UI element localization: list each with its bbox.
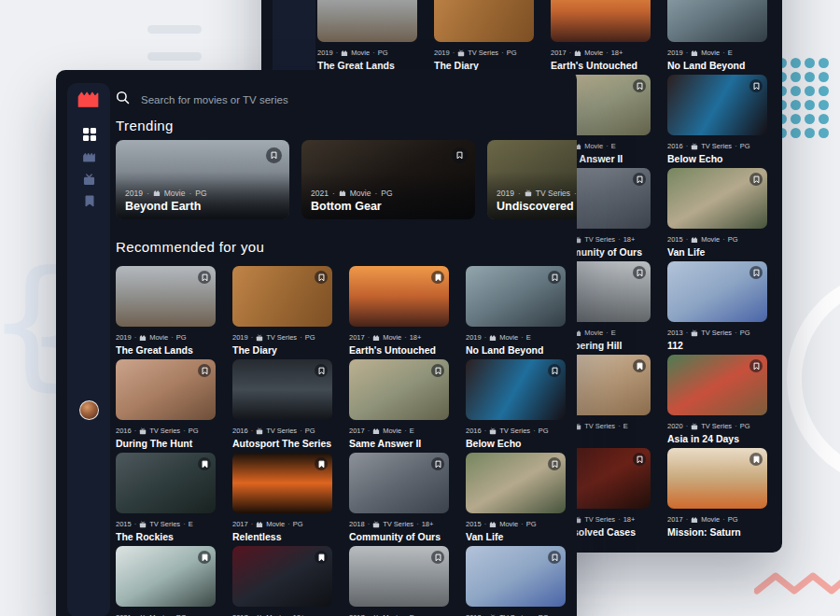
card-meta: 2020·TV Series·PG [667,422,767,430]
media-card[interactable]: 2013·TV Series·PG112 [466,546,566,616]
trending-card[interactable]: 2019·TV Series·EUndiscovered Cities [487,140,577,219]
app-logo-icon[interactable] [77,91,99,111]
bookmark-button[interactable] [548,457,561,470]
media-card[interactable]: 2017·Movie·EWhispering Hill [349,546,449,616]
media-card[interactable]: 2018·TV Series·18+Community of Ours [349,453,449,546]
media-card[interactable]: 2019·TV Series·PGThe Diary [434,0,534,75]
bookmark-button[interactable] [633,359,646,372]
bookmark-button[interactable] [633,79,646,92]
movie-icon [691,516,698,524]
media-card[interactable]: 2016·TV Series·PGBelow Echo [466,359,566,453]
card-meta: 2016·TV Series·PG [667,142,767,150]
card-meta: 2021·Movie·PG [311,189,393,198]
media-card[interactable]: 2020·TV Series·PGAsia in 24 Days [667,355,767,448]
media-card[interactable]: 2017·Movie·ESame Answer II [349,359,449,453]
bookmark-button[interactable] [198,364,211,377]
card-title: Bottom Gear [311,200,393,213]
trending-card[interactable]: 2021·Movie·PGBottom Gear [301,140,475,219]
bookmark-button[interactable] [198,271,211,284]
media-card[interactable]: 2015·Movie·PGVan Life [667,168,767,261]
bookmark-button[interactable] [548,364,561,377]
card-meta: 2017·Movie·PG [667,515,767,524]
media-card[interactable]: 2019·TV Series·PGThe Diary [232,266,332,359]
bookmark-button[interactable] [749,173,763,186]
media-card[interactable]: 2015·Movie·PGVan Life [466,453,566,546]
bookmark-button[interactable] [548,271,561,284]
bookmark-button[interactable] [315,364,328,377]
card-meta: 2016·TV Series·PG [232,427,332,435]
media-card[interactable]: 2017·Movie·18+Earth's Untouched [349,266,449,359]
bookmark-button[interactable] [633,266,646,279]
sidebar-item-tv-series[interactable] [82,173,96,187]
trending-card[interactable]: 2019·Movie·PGBeyond Earth [116,140,289,219]
media-card[interactable]: 2019·Movie·ENo Land Beyond [667,0,767,75]
media-card[interactable]: 2017·Movie·PGMission: Saturn [667,448,767,541]
bookmark-button[interactable] [315,551,328,564]
media-card[interactable]: 2013·TV Series·PG112 [667,261,767,355]
bookmark-button[interactable] [749,359,763,372]
media-card[interactable]: 2017·Movie·18+Off the Track [232,546,332,616]
bookmark-button[interactable] [431,457,444,470]
bookmark-button[interactable] [548,551,561,564]
card-title: Undiscovered Cities [497,200,577,213]
bookmark-button[interactable] [315,457,328,470]
tv-icon [372,521,380,528]
card-meta: 2019·Movie·PG [317,49,417,57]
bar-decoration [147,52,202,61]
tv-icon [691,329,698,337]
sidebar-item-home[interactable] [82,127,96,141]
card-title: The Diary [232,344,332,356]
tv-icon [691,143,698,150]
media-card[interactable]: 2016·TV Series·PGDuring The Hunt [116,359,216,453]
search-input[interactable] [139,93,404,106]
tv-icon [139,427,147,435]
sidebar-item-bookmarks[interactable] [82,194,96,208]
bookmark-button[interactable] [431,551,444,564]
bookmark-button[interactable] [266,147,282,163]
bookmark-button[interactable] [633,453,646,466]
bookmark-button[interactable] [315,271,328,284]
media-card[interactable]: 2017·Movie·PGRelentless [232,453,332,546]
bookmark-button[interactable] [452,147,468,163]
bookmark-button[interactable] [198,551,211,564]
bookmark-button[interactable] [431,364,444,377]
movie-icon [139,334,147,342]
card-title: Asia in 24 Days [667,433,767,444]
media-card[interactable]: 2019·Movie·ENo Land Beyond [466,266,566,359]
card-meta: 2013·TV Series·PG [667,329,767,337]
card-meta: 2015·Movie·PG [466,520,566,528]
recommended-heading: Recommended for you [116,239,264,255]
media-card[interactable]: 2019·Movie·PGThe Great Lands [317,0,417,75]
media-card[interactable]: 2016·TV Series·PGBelow Echo [667,75,767,168]
card-meta: 2015·TV Series·E [116,520,216,528]
thumbnail [317,0,417,42]
bookmark-button[interactable] [633,173,646,186]
media-card[interactable]: 2021·Movie·PGThe Heiress [116,546,216,616]
card-title: During The Hunt [116,438,216,449]
bookmark-button[interactable] [749,266,763,279]
media-card[interactable]: 2016·TV Series·PGAutosport The Series [232,359,332,453]
search-bar[interactable] [116,91,414,108]
dot-decoration [791,128,801,138]
recommended-grid: 2019·Movie·PGThe Great Lands2019·TV Seri… [116,266,566,616]
bookmark-button[interactable] [749,453,763,466]
card-meta: 2019·TV Series·E [497,189,577,198]
sidebar-item-movies[interactable] [82,150,96,164]
bookmark-button[interactable] [431,271,444,284]
movie-icon [372,334,380,342]
card-caption: 2019·Movie·PGBeyond Earth [125,189,207,213]
user-avatar[interactable] [79,400,99,420]
card-title: Van Life [466,531,566,542]
bookmark-button[interactable] [198,457,211,470]
thumbnail [551,0,651,42]
dot-decoration [791,114,801,124]
thumbnail [667,75,767,135]
media-card[interactable]: 2019·Movie·PGThe Great Lands [116,266,216,359]
dot-decoration [819,58,829,68]
bookmark-button[interactable] [749,79,763,92]
card-meta: 2019·Movie·PG [116,333,216,342]
thumbnail [116,266,216,327]
media-card[interactable]: 2017·Movie·18+Earth's Untouched [551,0,651,75]
thumbnail [116,453,216,513]
media-card[interactable]: 2015·TV Series·EThe Rockies [116,453,216,546]
